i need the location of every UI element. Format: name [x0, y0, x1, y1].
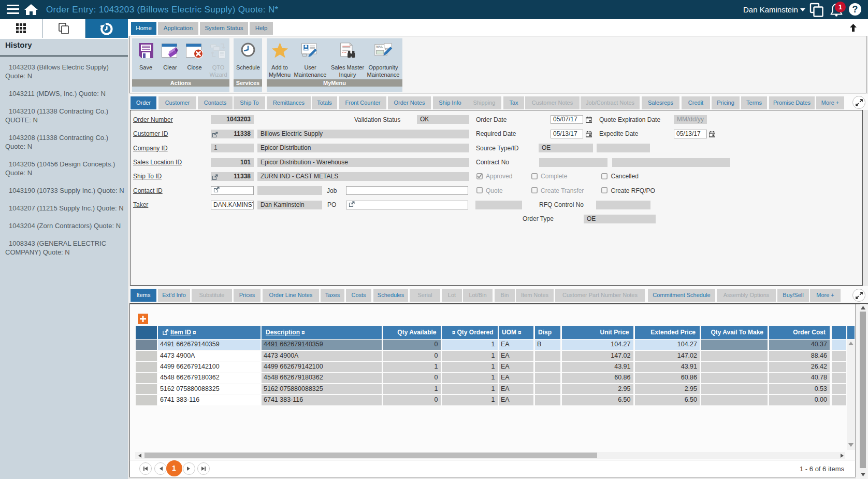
svg-text:MAIL: MAIL: [377, 45, 384, 48]
